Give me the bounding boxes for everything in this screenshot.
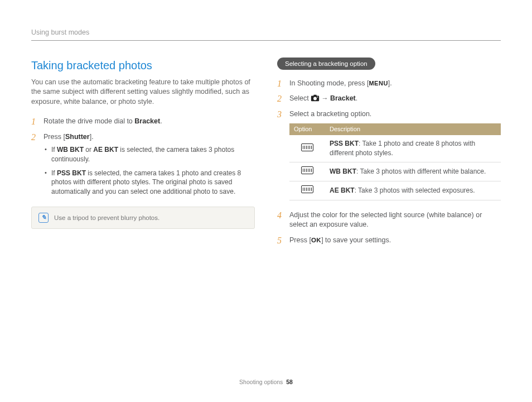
content-columns: Taking bracketed photos You can use the …	[31, 58, 501, 251]
th-description: Description	[325, 123, 501, 135]
step-1: Rotate the drive mode dial to Bracket.	[31, 117, 255, 127]
r-step-3: Select a bracketing option. Option Descr…	[277, 109, 501, 200]
right-steps: In Shooting mode, press [MENU]. Select →…	[277, 79, 501, 246]
pss-bkt-icon	[301, 143, 313, 151]
page-header: Using burst modes	[31, 28, 501, 41]
step-2: Press [Shutter]. If WB BKT or AE BKT is …	[31, 132, 255, 197]
table-row: WB BKT: Take 3 photos with different whi…	[289, 162, 501, 181]
r-step-2: Select → Bracket.	[277, 94, 501, 104]
table-row: PSS BKT: Take 1 photo and create 8 photo…	[289, 135, 501, 162]
svg-point-3	[317, 97, 318, 98]
options-table: Option Description PSS BKT: Take 1 photo…	[289, 123, 501, 200]
table-row: AE BKT: Take 3 photos with selected expo…	[289, 181, 501, 200]
r-step-1: In Shooting mode, press [MENU].	[277, 79, 501, 89]
ok-icon: OK	[311, 237, 321, 243]
left-column: Taking bracketed photos You can use the …	[31, 58, 255, 251]
footer-section: Shooting options	[239, 379, 283, 385]
left-steps: Rotate the drive mode dial to Bracket. P…	[31, 117, 255, 197]
menu-icon: MENU	[369, 80, 388, 87]
bullet-wb-ae: If WB BKT or AE BKT is selected, the cam…	[43, 145, 255, 164]
svg-point-2	[313, 97, 317, 100]
svg-rect-1	[314, 95, 317, 97]
camera-icon	[311, 94, 320, 102]
intro-text: You can use the automatic bracketing fea…	[31, 78, 255, 107]
breadcrumb: Using burst modes	[31, 28, 89, 36]
page-number: 58	[286, 379, 293, 385]
wb-bkt-icon	[301, 166, 313, 174]
ae-bkt-icon	[301, 185, 313, 193]
note-box: ✎ Use a tripod to prevent blurry photos.	[31, 207, 255, 229]
step-2-sublist: If WB BKT or AE BKT is selected, the cam…	[43, 145, 255, 197]
r-step-5: Press [OK] to save your settings.	[277, 236, 501, 246]
bullet-pss: If PSS BKT is selected, the camera takes…	[43, 169, 255, 197]
subsection-pill: Selecting a bracketing option	[277, 58, 375, 70]
table-header-row: Option Description	[289, 123, 501, 135]
section-title: Taking bracketed photos	[31, 58, 255, 73]
shutter-label: Shutter	[65, 133, 90, 141]
page-footer: Shooting options 58	[0, 378, 532, 386]
bracket-label: Bracket	[134, 117, 160, 125]
note-text: Use a tripod to prevent blurry photos.	[54, 213, 159, 222]
right-column: Selecting a bracketing option In Shootin…	[277, 58, 501, 251]
th-option: Option	[289, 123, 325, 135]
r-step-4: Adjust the color for the selected light …	[277, 210, 501, 230]
note-icon: ✎	[38, 213, 49, 223]
